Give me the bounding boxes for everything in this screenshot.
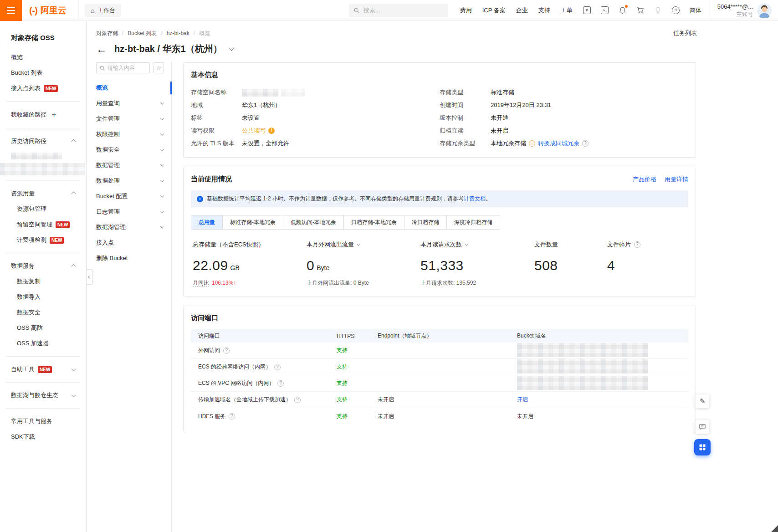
avatar bbox=[757, 3, 772, 18]
subnav-search[interactable] bbox=[96, 62, 150, 73]
app-center-icon[interactable]: P bbox=[583, 6, 592, 15]
nav-enterprise[interactable]: 企业 bbox=[516, 6, 528, 15]
enable-acceleration-link[interactable]: 开启 bbox=[517, 396, 528, 403]
help-question-icon[interactable]: ? bbox=[229, 413, 235, 419]
task-list-link[interactable]: 任务列表 bbox=[673, 29, 697, 37]
notifications-bell-icon[interactable] bbox=[618, 6, 627, 15]
global-search[interactable] bbox=[349, 4, 448, 17]
subnav-item-bucket-config[interactable]: Bucket 配置 bbox=[87, 189, 171, 204]
help-question-icon[interactable]: ? bbox=[274, 364, 281, 370]
sidebar-item-oss-accelerator[interactable]: OSS 加速器 bbox=[0, 336, 86, 351]
sidebar-item-bucket-list[interactable]: Bucket 列表 bbox=[0, 65, 86, 81]
convert-redundancy-link[interactable]: 转换成同城冗余 bbox=[538, 139, 579, 148]
sidebar-item-data-import[interactable]: 数据导入 bbox=[0, 289, 86, 305]
sidebar-collapse-handle[interactable] bbox=[87, 269, 93, 285]
tab-ia-lrs[interactable]: 低频访问-本地冗余 bbox=[283, 215, 344, 230]
total-storage-value: 22.09 bbox=[193, 258, 228, 273]
subnav-item-overview[interactable]: 概览 bbox=[87, 80, 171, 96]
account-menu[interactable]: 5064*****@... 主账号 bbox=[710, 0, 778, 20]
sidebar-item-overview[interactable]: 概览 bbox=[0, 50, 86, 65]
sidebar-item-reserved-capacity[interactable]: 预留空间管理NEW bbox=[0, 217, 86, 232]
topbar-icons: P >_ ? bbox=[583, 6, 681, 15]
breadcrumb-bucket-name[interactable]: hz-bt-bak bbox=[157, 30, 189, 36]
breadcrumb-oss[interactable]: 对象存储 bbox=[96, 30, 118, 37]
add-favorite-icon[interactable]: + bbox=[52, 111, 56, 119]
grid-icon bbox=[699, 444, 706, 451]
subnav-item-access-point[interactable]: 接入点 bbox=[87, 235, 171, 251]
chevron-down-icon bbox=[160, 225, 164, 228]
billing-doc-link[interactable]: 计费文档 bbox=[464, 195, 486, 202]
chevron-down-icon[interactable] bbox=[465, 242, 468, 246]
tab-standard-lrs[interactable]: 标准存储-本地冗余 bbox=[222, 215, 283, 230]
acl-value[interactable]: 公共读写 bbox=[242, 127, 266, 135]
usage-metrics: 总存储量（不含ECS快照） 22.09GB 月同比106.13%↑ 本月外网流出… bbox=[191, 240, 688, 289]
subnav-item-delete-bucket[interactable]: 删除 Bucket bbox=[87, 251, 171, 266]
feedback-edit-button[interactable]: ✎ bbox=[696, 394, 709, 408]
product-price-link[interactable]: 产品价格 bbox=[633, 175, 656, 184]
sidebar-item-resource-packages[interactable]: 资源包管理 bbox=[0, 201, 86, 217]
bucket-switcher-chevron-icon[interactable] bbox=[229, 45, 235, 51]
subnav-item-permission-control[interactable]: 权限控制 bbox=[87, 127, 171, 142]
sidebar-item-sdk-download[interactable]: SDK下载 bbox=[0, 429, 86, 445]
sidebar-item-data-security[interactable]: 数据安全 bbox=[0, 305, 86, 320]
field-tls: 允许的 TLS 版本 未设置，全部允许 bbox=[191, 137, 440, 150]
breadcrumb-bucket-list[interactable]: Bucket 列表 bbox=[118, 30, 157, 37]
locale-switcher[interactable]: 简体 bbox=[690, 6, 701, 15]
chevron-down-icon[interactable] bbox=[357, 242, 360, 246]
subnav-item-file-management[interactable]: 文件管理 bbox=[87, 111, 171, 127]
help-question-icon[interactable]: ? bbox=[294, 397, 301, 403]
help-question-icon[interactable]: ? bbox=[277, 380, 284, 387]
sidebar-group-data-services[interactable]: 数据服务 bbox=[0, 258, 86, 274]
widget-launcher-button[interactable] bbox=[694, 439, 711, 455]
cloudshell-terminal-icon[interactable]: >_ bbox=[600, 6, 609, 15]
sidebar-item-oss-anti-ddos[interactable]: OSS 高防 bbox=[0, 320, 86, 336]
sidebar-item-common-tools[interactable]: 常用工具与服务 bbox=[0, 414, 86, 429]
nav-support[interactable]: 支持 bbox=[538, 6, 550, 15]
cart-icon[interactable] bbox=[636, 6, 645, 15]
nav-billing[interactable]: 费用 bbox=[460, 6, 472, 15]
field-versioning: 版本控制 未开通 bbox=[440, 112, 688, 124]
global-search-input[interactable] bbox=[363, 7, 436, 14]
subnav-item-data-management[interactable]: 数据管理 bbox=[87, 158, 171, 173]
back-arrow-icon[interactable]: ← bbox=[96, 44, 107, 55]
bucket-domain-redacted bbox=[517, 343, 648, 357]
help-icon[interactable]: ? bbox=[671, 6, 681, 15]
tab-cold-archive[interactable]: 冷归档存储 bbox=[404, 215, 447, 230]
sidebar-group-resource-usage[interactable]: 资源用量 bbox=[0, 186, 86, 201]
sidebar-group-datalake[interactable]: 数据湖与数仓生态 bbox=[0, 388, 86, 403]
nav-tickets[interactable]: 工单 bbox=[561, 6, 573, 15]
subnav-item-usage-query[interactable]: 用量查询 bbox=[87, 96, 171, 111]
tab-deep-cold-archive[interactable]: 深度冷归档存储 bbox=[446, 215, 500, 230]
field-acl: 读写权限 公共读写! bbox=[191, 124, 440, 137]
favorite-star-icon[interactable]: ☆ bbox=[154, 62, 164, 73]
support-chat-button[interactable] bbox=[696, 420, 709, 434]
sidebar-item-access-points[interactable]: 接入点列表NEW bbox=[0, 81, 86, 96]
subnav-item-data-processing[interactable]: 数据处理 bbox=[87, 173, 171, 189]
sidebar-item-billing-check[interactable]: 计费项检测NEW bbox=[0, 232, 86, 248]
usage-detail-link[interactable]: 用量详情 bbox=[665, 175, 688, 184]
help-question-icon[interactable]: ? bbox=[223, 348, 230, 354]
help-question-icon[interactable]: ? bbox=[582, 140, 589, 147]
subnav-item-log-management[interactable]: 日志管理 bbox=[87, 204, 171, 220]
history-path-redacted[interactable] bbox=[0, 163, 85, 175]
sidebar-item-data-replication[interactable]: 数据复制 bbox=[0, 274, 86, 289]
history-path-redacted[interactable] bbox=[11, 153, 62, 159]
logo-text: 阿里云 bbox=[41, 5, 67, 16]
chevron-down-icon bbox=[160, 116, 164, 120]
subnav-item-data-security[interactable]: 数据安全 bbox=[87, 142, 171, 158]
topbar-nav: 费用 ICP 备案 企业 支持 工单 bbox=[460, 6, 573, 15]
lightbulb-icon[interactable] bbox=[654, 6, 663, 15]
sidebar-group-self-tools[interactable]: 自助工具NEW bbox=[0, 362, 86, 377]
page-title: hz-bt-bak / 华东1（杭州） bbox=[114, 43, 222, 55]
divider bbox=[6, 382, 80, 383]
tab-archive-lrs[interactable]: 归档存储-本地冗余 bbox=[343, 215, 404, 230]
nav-icp[interactable]: ICP 备案 bbox=[482, 6, 506, 15]
subnav-item-datalake-management[interactable]: 数据湖管理 bbox=[87, 220, 171, 235]
help-question-icon[interactable]: ? bbox=[634, 241, 640, 248]
sidebar-group-history[interactable]: 历史访问路径 bbox=[0, 133, 86, 149]
workbench-button[interactable]: ⌂ 工作台 bbox=[85, 4, 121, 17]
subnav-search-input[interactable] bbox=[107, 65, 147, 71]
tab-total-usage[interactable]: 总用量 bbox=[191, 215, 223, 230]
alibaba-cloud-logo[interactable]: (-) 阿里云 bbox=[22, 0, 79, 20]
hamburger-menu-icon[interactable] bbox=[0, 0, 22, 21]
